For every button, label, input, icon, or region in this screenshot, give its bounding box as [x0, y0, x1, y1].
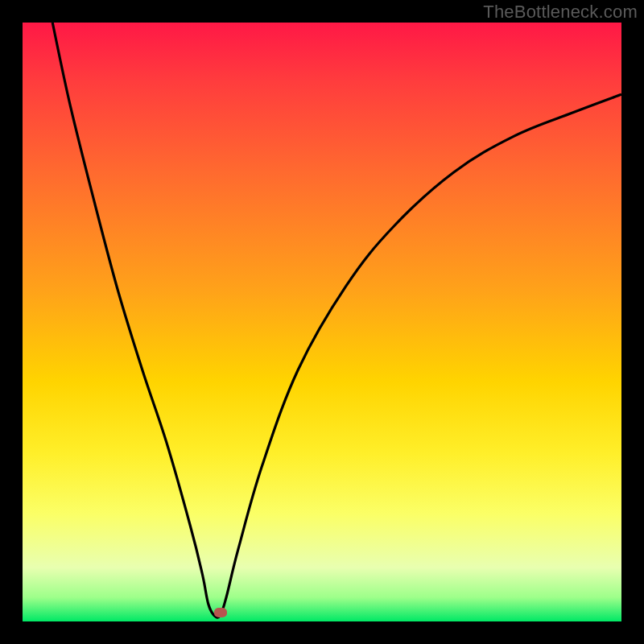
- curve-path: [52, 23, 621, 617]
- plot-area: [23, 23, 621, 621]
- minimum-marker: [214, 608, 227, 617]
- chart-frame: TheBottleneck.com: [0, 0, 644, 644]
- bottleneck-curve: [23, 23, 621, 621]
- attribution-text: TheBottleneck.com: [483, 2, 638, 23]
